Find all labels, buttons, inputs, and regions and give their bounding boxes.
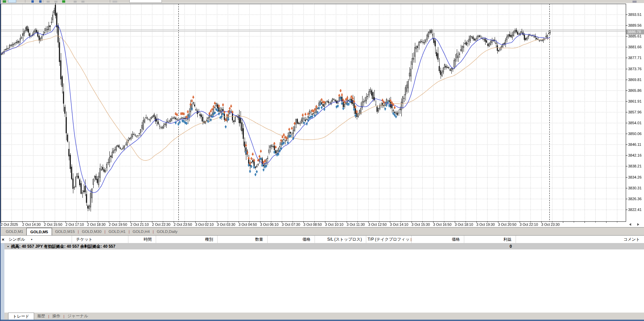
chart-tab-GOLD-H4[interactable]: GOLD,H4: [130, 228, 153, 235]
chart-tab-GOLD-M15[interactable]: GOLD,M15: [52, 228, 78, 235]
window-left-edge: [0, 0, 1, 321]
toolbar-strip: [0, 0, 644, 3]
balance-bullet-icon: •: [7, 244, 9, 248]
chart-mode-active-button-fragment[interactable]: [8, 0, 16, 3]
toolbox-column-header-1[interactable]: チケット: [72, 236, 128, 243]
refresh-icon-fragment[interactable]: [62, 0, 65, 3]
toolbox-header-row: × シンボル▼チケット時間種別数量価格S/L (ストップロス)T/P (テイクプ…: [0, 235, 644, 243]
toolbox-column-header-4[interactable]: 数量: [218, 236, 268, 243]
indicator-icon-fragment[interactable]: [74, 1, 77, 3]
price-chart-canvas[interactable]: [0, 3, 644, 227]
help-icon-fragment[interactable]: [633, 1, 637, 3]
toolbox-column-headers: シンボル▼チケット時間種別数量価格S/L (ストップロス)T/P (テイクプロフ…: [4, 236, 644, 243]
template-icon-fragment[interactable]: [113, 1, 117, 3]
balance-text: 残高: 40 557 JPY 有効証拠金: 40 557 余剰証拠金: 40 5…: [11, 244, 116, 249]
chart-tab-GOLD-M30[interactable]: GOLD,M30: [79, 228, 104, 235]
toolbox-column-header-8[interactable]: 価格: [412, 236, 464, 243]
zoom-in-icon-fragment[interactable]: [47, 1, 50, 3]
toolbox-column-label: 価格: [302, 237, 311, 242]
toolbox-column-header-6[interactable]: S/L (ストップロス): [315, 236, 366, 243]
balance-profit-value: 0: [464, 243, 516, 249]
toolbox-column-label: 種別: [205, 237, 213, 242]
toolbar-separator-3: [110, 0, 110, 3]
cursor-icon-fragment[interactable]: [31, 0, 34, 3]
account-balance-row[interactable]: •残高: 40 557 JPY 有効証拠金: 40 557 余剰証拠金: 40 …: [4, 243, 644, 249]
zoom-out-icon-fragment[interactable]: [54, 1, 57, 3]
toolbox-column-header-5[interactable]: 価格: [268, 236, 315, 243]
toolbox-bottom-tabs: トレード履歴|操作|ジャーナル: [4, 313, 644, 320]
toolbox-column-header-3[interactable]: 種別: [156, 236, 218, 243]
toolbox-panel: × シンボル▼チケット時間種別数量価格S/L (ストップロス)T/P (テイクプ…: [0, 235, 644, 321]
toolbox-tab-3[interactable]: ジャーナル: [65, 313, 91, 320]
toolbox-column-header-2[interactable]: 時間: [128, 236, 156, 243]
toolbox-column-label: 数量: [255, 237, 263, 242]
symbol-search-box-fragment[interactable]: [129, 0, 162, 3]
toolbox-column-label: コメント: [623, 237, 640, 242]
toolbar-separator-2: [43, 0, 43, 3]
chart-panel: [0, 3, 644, 227]
toolbox-column-label: 時間: [144, 237, 152, 242]
toolbox-column-header-10[interactable]: コメント: [516, 236, 644, 243]
chart-tab-GOLD-M5[interactable]: GOLD,M5: [26, 228, 52, 235]
symbol-dropdown-icon[interactable]: ▼: [30, 238, 33, 241]
chart-tab-GOLD-H1[interactable]: GOLD,H1: [105, 228, 129, 235]
toolbox-tab-2[interactable]: 操作: [49, 313, 64, 320]
toolbox-column-header-0[interactable]: シンボル▼: [4, 236, 72, 243]
chart-tab-GOLD-M1[interactable]: GOLD,M1: [3, 228, 26, 235]
chart-period-tabs: GOLD,M1GOLD,M5GOLD,M15|GOLD,M30|GOLD,H1|…: [0, 227, 644, 235]
toolbox-tab-1[interactable]: 履歴: [34, 313, 48, 320]
trading-terminal-window: GOLD,M1GOLD,M5GOLD,M15|GOLD,M30|GOLD,H1|…: [0, 0, 644, 321]
toolbox-column-label: チケット: [76, 237, 93, 242]
toolbox-body: [4, 249, 644, 313]
toolbox-column-label: 利益: [503, 237, 512, 242]
toolbox-column-header-7[interactable]: T/P (テイクプロフィット): [366, 236, 412, 243]
toolbar-separator-1: [25, 0, 25, 3]
toolbox-column-label: 価格: [452, 237, 460, 242]
window-bottom-edge: [0, 320, 644, 321]
toolbox-column-label: T/P (テイクプロフィット): [368, 237, 412, 242]
toolbox-column-label: シンボル: [8, 237, 25, 242]
new-order-icon-fragment[interactable]: [3, 0, 6, 3]
toolbox-column-label: S/L (ストップロス): [327, 237, 362, 242]
toolbox-tab-0[interactable]: トレード: [8, 313, 34, 320]
timeframe-icon-fragment[interactable]: [81, 1, 84, 3]
toolbox-column-header-9[interactable]: 利益: [464, 236, 516, 243]
chart-tab-GOLD-Daily[interactable]: GOLD,Daily: [154, 228, 180, 235]
crosshair-icon-fragment[interactable]: [39, 0, 42, 3]
